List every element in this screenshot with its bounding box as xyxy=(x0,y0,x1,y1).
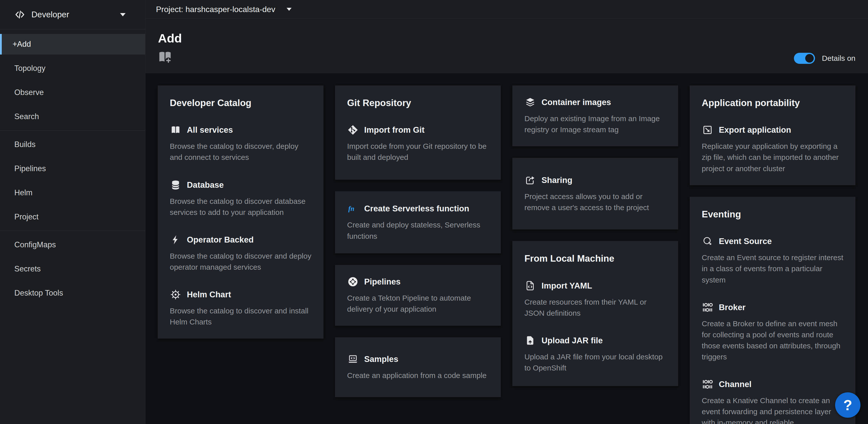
sidebar-item-builds[interactable]: Builds xyxy=(0,134,145,155)
sidebar-item-observe[interactable]: Observe xyxy=(0,82,145,103)
add-page-content: Developer CatalogAll servicesBrowse the … xyxy=(146,74,868,424)
card-title-git-repository: Git Repository xyxy=(347,97,489,109)
sidebar-nav-group: +AddTopologyObserveSearch xyxy=(0,34,145,127)
card-item-label: Export application xyxy=(719,125,791,135)
card-item-event-source[interactable]: Event SourceCreate an Event source to re… xyxy=(702,235,843,285)
card-item-description: Upload a JAR file from your local deskto… xyxy=(524,351,666,373)
card-item-sharing[interactable]: SharingProject access allows you to add … xyxy=(524,174,666,213)
sidebar-item-topology[interactable]: Topology xyxy=(0,58,145,79)
content-column-1: Developer CatalogAll servicesBrowse the … xyxy=(158,85,323,339)
card-item-header: Upload JAR file xyxy=(524,335,666,346)
sidebar-item-search[interactable]: Search xyxy=(0,106,145,127)
details-toggle-group: Details on xyxy=(794,53,856,64)
card-git-repository: Git RepositoryImport from GitImport code… xyxy=(335,85,501,180)
card-item-operator-backed[interactable]: Operator BackedBrowse the catalog to dis… xyxy=(170,234,311,273)
card-item-samples[interactable]: SamplesCreate an application from a code… xyxy=(347,354,489,381)
card-application-portability: Application portabilityExport applicatio… xyxy=(690,85,856,185)
card-item-description: Create a Knative Channel to create an ev… xyxy=(702,395,843,424)
card-item-header: All services xyxy=(170,124,311,136)
perspective-switcher[interactable]: Developer xyxy=(0,0,145,29)
card-item-description: Create a Broker to define an event mesh … xyxy=(702,318,843,362)
card-item-header: Import YAML xyxy=(524,280,666,291)
file-code-icon xyxy=(524,280,536,291)
question-mark-icon: ? xyxy=(843,398,852,413)
card-item-all-services[interactable]: All servicesBrowse the catalog to discov… xyxy=(170,124,311,163)
card-item-description: Create an Event source to register inter… xyxy=(702,252,843,285)
samples-icon xyxy=(347,354,359,365)
card-item-container-images[interactable]: Container imagesDeploy an existing Image… xyxy=(524,96,666,135)
card-item-channel[interactable]: ChannelCreate a Knative Channel to creat… xyxy=(702,378,843,424)
catalog-icon xyxy=(170,124,181,136)
card-item-export-application[interactable]: Export applicationReplicate your applica… xyxy=(702,124,843,174)
card-samples: SamplesCreate an application from a code… xyxy=(335,337,501,397)
card-item-description: Create a Tekton Pipeline to automate del… xyxy=(347,292,489,315)
card-item-header: Operator Backed xyxy=(170,234,311,246)
card-item-import-from-git[interactable]: Import from GitImport code from your Git… xyxy=(347,124,489,163)
fn-icon: fn xyxy=(347,203,359,215)
card-sharing: SharingProject access allows you to add … xyxy=(513,158,678,229)
quick-starts-book-plus-icon[interactable] xyxy=(157,50,173,64)
card-item-header: Channel xyxy=(702,378,843,390)
card-item-broker[interactable]: BrokerCreate a Broker to define an event… xyxy=(702,302,843,362)
card-item-description: Create an application from a code sample xyxy=(347,370,489,381)
content-column-4: Application portabilityExport applicatio… xyxy=(690,85,856,424)
card-item-label: Event Source xyxy=(719,236,772,246)
binary-icon xyxy=(702,302,713,313)
card-item-label: Samples xyxy=(364,355,398,364)
card-item-create-serverless-function[interactable]: fnCreate Serverless functionCreate and d… xyxy=(347,203,489,242)
card-item-label: Container images xyxy=(541,97,611,107)
card-item-header: Samples xyxy=(347,354,489,365)
card-item-description: Replicate your application by exporting … xyxy=(702,141,843,174)
code-icon xyxy=(14,9,25,20)
svg-text:fn: fn xyxy=(348,205,354,213)
card-item-helm-chart[interactable]: Helm ChartBrowse the catalog to discover… xyxy=(170,289,311,328)
pipelines-icon xyxy=(347,276,359,287)
card-serverless-function: fnCreate Serverless functionCreate and d… xyxy=(335,191,501,253)
card-item-description: Deploy an existing Image from an Image r… xyxy=(524,113,666,135)
card-item-label: Upload JAR file xyxy=(541,336,603,345)
card-item-header: Sharing xyxy=(524,174,666,186)
card-item-header: Broker xyxy=(702,302,843,313)
top-bar: Project: harshcasper-localsta-dev xyxy=(146,0,868,19)
details-toggle[interactable] xyxy=(794,53,815,64)
card-item-description: Create resources from their YAML or JSON… xyxy=(524,296,666,319)
card-item-database[interactable]: DatabaseBrowse the catalog to discover d… xyxy=(170,179,311,218)
bolt-icon xyxy=(170,234,181,246)
chevron-down-icon xyxy=(120,13,126,16)
export-icon xyxy=(702,124,713,136)
card-item-header: Export application xyxy=(702,124,843,136)
help-button[interactable]: ? xyxy=(835,392,861,418)
file-upload-icon xyxy=(524,335,536,346)
sidebar-item-configmaps[interactable]: ConfigMaps xyxy=(0,234,145,255)
card-item-label: Database xyxy=(187,180,224,190)
helm-icon xyxy=(170,289,181,300)
sidebar-item-project[interactable]: Project xyxy=(0,206,145,227)
sidebar-item-secrets[interactable]: Secrets xyxy=(0,259,145,279)
database-icon xyxy=(170,179,181,191)
sidebar-item-desktop-tools[interactable]: Desktop Tools xyxy=(0,283,145,303)
card-item-import-yaml[interactable]: Import YAMLCreate resources from their Y… xyxy=(524,280,666,319)
card-item-header: Database xyxy=(170,179,311,191)
card-item-header: Pipelines xyxy=(347,276,489,287)
card-item-header: Event Source xyxy=(702,235,843,247)
sidebar: Developer +AddTopologyObserveSearchBuild… xyxy=(0,0,146,424)
card-item-description: Browse the catalog to discover database … xyxy=(170,196,311,218)
card-item-label: Broker xyxy=(719,303,745,312)
card-item-label: Import from Git xyxy=(364,125,425,135)
card-item-label: Create Serverless function xyxy=(364,204,469,214)
card-item-description: Project access allows you to add or remo… xyxy=(524,191,666,213)
card-item-header: fnCreate Serverless function xyxy=(347,203,489,215)
event-source-icon xyxy=(702,235,713,247)
project-selector[interactable]: Project: harshcasper-localsta-dev xyxy=(156,5,291,14)
card-item-label: All services xyxy=(187,125,233,135)
card-item-label: Channel xyxy=(719,379,751,389)
sidebar-item-helm[interactable]: Helm xyxy=(0,182,145,203)
card-item-pipelines[interactable]: PipelinesCreate a Tekton Pipeline to aut… xyxy=(347,276,489,315)
sidebar-item-add[interactable]: +Add xyxy=(0,34,145,55)
card-item-upload-jar-file[interactable]: Upload JAR fileUpload a JAR file from yo… xyxy=(524,335,666,373)
card-pipelines: PipelinesCreate a Tekton Pipeline to aut… xyxy=(335,265,501,326)
card-item-header: Import from Git xyxy=(347,124,489,136)
sidebar-nav-group: BuildsPipelinesHelmProject xyxy=(0,131,145,227)
sidebar-nav-group: ConfigMapsSecretsDesktop Tools xyxy=(0,231,145,303)
sidebar-item-pipelines[interactable]: Pipelines xyxy=(0,158,145,179)
